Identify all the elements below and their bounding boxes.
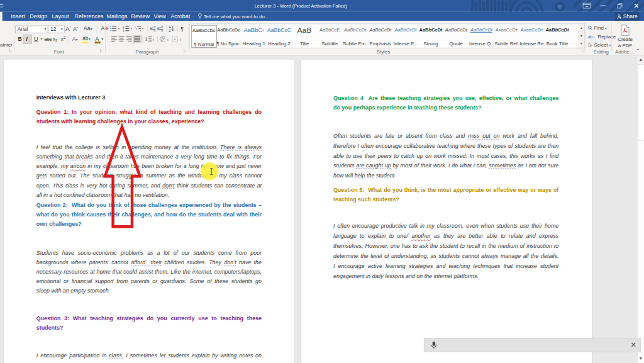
svg-text:▾: ▾: [118, 27, 120, 30]
svg-text:▾: ▾: [153, 38, 155, 42]
svg-text:¶: ¶: [180, 26, 184, 32]
svg-text:▾: ▾: [180, 38, 182, 42]
svg-text:▾: ▾: [131, 27, 133, 30]
svg-text:i: i: [138, 30, 138, 32]
svg-text:Z: Z: [169, 29, 171, 32]
svg-text:▾: ▾: [142, 27, 144, 30]
svg-text:3: 3: [123, 30, 125, 32]
svg-text:▾: ▾: [167, 38, 169, 42]
